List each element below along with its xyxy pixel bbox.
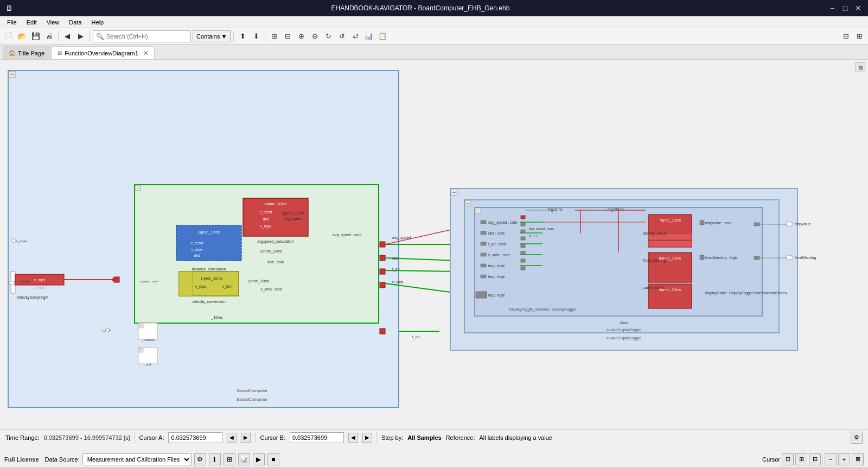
zoom-reset-btn[interactable]: ⊠ <box>852 453 864 465</box>
menu-data[interactable]: Data <box>65 18 86 27</box>
svg-text:dist : cont: dist : cont <box>488 231 505 235</box>
svg-rect-134 <box>521 216 525 219</box>
tb-icon1[interactable]: ⬆ <box>237 30 248 42</box>
svg-rect-137 <box>521 237 525 240</box>
zoom-fit-btn[interactable]: ⊡ <box>782 453 794 465</box>
svg-text:dist : cont: dist : cont <box>267 260 284 264</box>
ds-table-btn[interactable]: ⊞ <box>224 453 235 465</box>
svg-text:InvokeDisplayToggle: InvokeDisplayToggle <box>607 328 641 332</box>
svg-text:frostWarning : logic: frostWarning : logic <box>705 256 738 260</box>
tb-icon9[interactable]: ⇄ <box>349 30 361 42</box>
tb-icon6[interactable]: ⊖ <box>309 30 321 42</box>
layout-btn1[interactable]: ⊟ <box>840 30 852 42</box>
tb-icon11[interactable]: 📋 <box>376 30 388 42</box>
svg-rect-9 <box>9 281 15 285</box>
search-input[interactable] <box>106 33 188 40</box>
layout-btn2[interactable]: ⊞ <box>853 30 865 42</box>
svg-text:key : logic: key : logic <box>488 275 506 279</box>
zoom-out-btn[interactable]: − <box>825 453 837 465</box>
contains-arrow: ▼ <box>221 33 227 40</box>
sep2 <box>90 31 90 42</box>
svg-text:avg_speed: avg_speed <box>392 236 411 240</box>
reference-value: All labels displaying a value <box>479 434 552 441</box>
status-right-icons: ⚙ <box>851 432 863 444</box>
cursor-b-back[interactable]: ◀ <box>348 433 358 443</box>
cursor-a-label: Cursor A: <box>139 434 164 441</box>
cursor-a-back[interactable]: ◀ <box>227 433 237 443</box>
menu-file[interactable]: File <box>3 18 21 27</box>
window-title: EHANDBOOK-NAVIGATOR - BoardComputer_EHB_… <box>13 4 828 12</box>
svg-text:avgspeed_calculation: avgspeed_calculation <box>257 239 293 244</box>
svg-text:v_kmh : cont: v_kmh : cont <box>260 287 282 292</box>
tb-icon10[interactable]: 📊 <box>363 30 375 42</box>
svg-rect-147 <box>380 329 385 334</box>
cursor-b-label: Cursor B: <box>260 434 285 441</box>
cursor-a-input[interactable] <box>168 432 222 443</box>
cursor-b-forward[interactable]: ▶ <box>362 433 372 443</box>
svg-text:v_mps: v_mps <box>192 248 203 252</box>
close-button[interactable]: ✕ <box>854 4 863 12</box>
svg-text:Main: Main <box>620 321 628 325</box>
data-source-select[interactable]: Measurement and Calibration Files <box>82 453 192 465</box>
time-range-value: 0.032573699 - 16.999574732 [s] <box>44 434 130 441</box>
panel-collapse-button[interactable]: ⊟ <box>856 62 865 72</box>
svg-rect-52 <box>106 329 109 332</box>
new-button[interactable]: 📄 <box>3 30 15 42</box>
maximize-button[interactable]: □ <box>841 4 850 12</box>
tab-title-page[interactable]: 🏠 Title Page <box>3 46 50 59</box>
tb-icon5[interactable]: ⊕ <box>295 30 307 42</box>
svg-text:─: ─ <box>10 72 14 77</box>
svg-text:2/proc_10ms: 2/proc_10ms <box>198 230 220 235</box>
svg-text:_1000ms: _1000ms <box>141 338 155 342</box>
zoom-in-btn[interactable]: + <box>838 453 850 465</box>
ds-settings-btn[interactable]: ⚙ <box>194 453 206 465</box>
cursor-a-forward[interactable]: ▶ <box>241 433 251 443</box>
tb-icon7[interactable]: ↻ <box>322 30 334 42</box>
tb-icon2[interactable]: ⬇ <box>250 30 262 42</box>
ds-play-btn[interactable]: ▶ <box>253 453 265 465</box>
status-sep3 <box>376 432 377 443</box>
save-button[interactable]: 💾 <box>30 30 42 42</box>
status-sep2 <box>255 432 256 443</box>
forward-button[interactable]: ▶ <box>75 30 87 42</box>
tab-function-overview[interactable]: ⊞ FunctionOverviewDiagram1 ✕ <box>52 46 155 59</box>
tab-function-close[interactable]: ✕ <box>143 49 149 57</box>
back-button[interactable]: ◀ <box>61 30 73 42</box>
svg-text:v_kmh: v_kmh <box>392 280 404 285</box>
print-button[interactable]: 🖨 <box>43 30 55 42</box>
tb-icon4[interactable]: ⊟ <box>282 30 293 42</box>
svg-text:dispvalue: dispvalue <box>795 222 811 226</box>
tab-bar: 🏠 Title Page ⊞ FunctionOverviewDiagram1 … <box>0 45 868 60</box>
svg-text:c_reset: c_reset <box>16 239 27 243</box>
svg-text:trig10ms: trig10ms <box>548 207 563 212</box>
svg-rect-139 <box>521 251 525 255</box>
svg-text:t_air: t_air <box>392 267 400 272</box>
ds-stop-btn[interactable]: ■ <box>267 453 279 465</box>
svg-text:5/proc_10ms: 5/proc_10ms <box>282 211 304 216</box>
menu-edit[interactable]: Edit <box>22 18 41 27</box>
svg-text:avg_speed : cont: avg_speed : cont <box>529 227 554 230</box>
open-button[interactable]: 📂 <box>16 30 28 42</box>
ds-chart-btn[interactable]: 📊 <box>238 453 250 465</box>
menu-view[interactable]: View <box>42 18 64 27</box>
svg-text:trig100ms: trig100ms <box>608 207 624 212</box>
contains-button[interactable]: Contains ▼ <box>193 30 231 42</box>
bt-sep1 <box>42 454 42 465</box>
svg-text:─: ─ <box>452 191 456 194</box>
svg-text:7/proc_10ms: 7/proc_10ms <box>659 218 681 223</box>
tb-icon3[interactable]: ⊞ <box>268 30 280 42</box>
svg-text:BoardComputer: BoardComputer <box>237 388 268 393</box>
settings-icon-btn[interactable]: ⚙ <box>851 432 863 444</box>
cursor-b-input[interactable] <box>290 432 344 443</box>
menu-help[interactable]: Help <box>87 18 108 27</box>
svg-rect-120 <box>787 256 792 260</box>
zoom-half-btn[interactable]: ⊟ <box>809 453 821 465</box>
tb-icon8[interactable]: ↺ <box>336 30 348 42</box>
zoom-actual-btn[interactable]: ⊞ <box>795 453 807 465</box>
svg-rect-89 <box>481 242 486 245</box>
svg-text:v_mps: v_mps <box>34 278 46 282</box>
ds-info-btn[interactable]: ℹ <box>209 453 221 465</box>
svg-text:t_air : cont: t_air : cont <box>488 242 506 247</box>
minimize-button[interactable]: − <box>828 4 837 12</box>
svg-rect-95 <box>481 275 486 278</box>
